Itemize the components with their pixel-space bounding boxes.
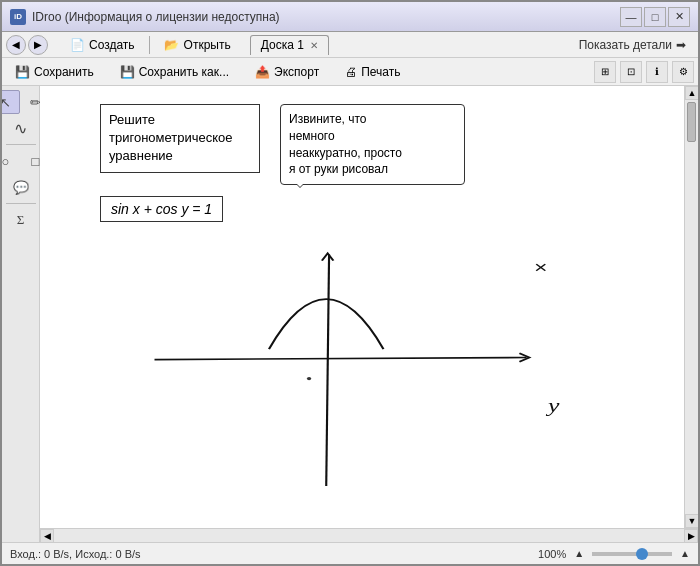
svg-text:у: у [546, 395, 561, 416]
print-icon: 🖨 [345, 65, 357, 79]
save-as-button[interactable]: 💾 Сохранить как... [111, 61, 238, 83]
cursor-tool[interactable]: ↖ [2, 90, 20, 114]
scrollbar-right[interactable]: ▲ ▼ [684, 86, 698, 528]
toolbar: 💾 Сохранить 💾 Сохранить как... 📤 Экспорт… [2, 58, 698, 86]
window-controls: — □ ✕ [620, 7, 690, 27]
app-icon: iD [10, 9, 26, 25]
text-tool[interactable]: T [2, 175, 5, 199]
bottom-scrollbar[interactable]: ◀ ▶ [40, 528, 698, 542]
tab-close-icon[interactable]: ✕ [310, 40, 318, 51]
scroll-right-button[interactable]: ▶ [684, 529, 698, 542]
main-window: iD IDroo (Информация о лицензии недоступ… [0, 0, 700, 566]
toolbar-right: ⊞ ⊡ ℹ ⚙ [594, 61, 694, 83]
sigma-tool[interactable]: Σ [7, 208, 35, 232]
svg-line-1 [326, 254, 329, 486]
formula-box: sin x + cos y = 1 [100, 196, 223, 222]
scroll-track-bottom[interactable] [54, 529, 684, 542]
export-icon: 📤 [255, 65, 270, 79]
scroll-up-button[interactable]: ▲ [685, 86, 698, 100]
ellipse-tool[interactable]: ○ [2, 149, 20, 173]
svg-text:×: × [534, 258, 547, 276]
close-button[interactable]: ✕ [668, 7, 690, 27]
title-bar: iD IDroo (Информация о лицензии недоступ… [2, 2, 698, 32]
tab-board1[interactable]: Доска 1 ✕ [250, 35, 329, 55]
svg-line-0 [154, 358, 526, 360]
highlighter-tool[interactable]: 〰 [2, 116, 5, 140]
show-details-icon: ➡ [676, 38, 686, 52]
canvas-area[interactable]: Решите тригонометрическое уравнение sin … [40, 86, 684, 528]
menu-separator-1 [149, 36, 150, 54]
speech-bubble: Извините, что немного неаккуратно, прост… [280, 104, 465, 185]
zoom-slider[interactable] [592, 552, 672, 556]
zoom-decrease-icon[interactable]: ▲ [574, 548, 584, 559]
open-menu-item[interactable]: 📂 Открыть [155, 33, 240, 57]
window-title: IDroo (Информация о лицензии недоступна) [32, 10, 620, 24]
left-toolbar: ↖ ✏ 〰 ∿ ⊙ ○ □ T 💬 ▣ Σ [2, 86, 40, 542]
scroll-down-button[interactable]: ▼ [685, 514, 698, 528]
main-area: ↖ ✏ 〰 ∿ ⊙ ○ □ T 💬 ▣ Σ [2, 86, 698, 542]
show-details-button[interactable]: Показать детали ➡ [571, 36, 694, 54]
save-icon: 💾 [15, 65, 30, 79]
zoom-level: 100% [538, 548, 566, 560]
tool-separator-2 [6, 203, 36, 204]
problem-text-box: Решите тригонометрическое уравнение [100, 104, 260, 173]
tool-separator-1 [6, 144, 36, 145]
create-icon: 📄 [69, 37, 85, 53]
export-button[interactable]: 📤 Экспорт [246, 61, 328, 83]
scroll-left-button[interactable]: ◀ [40, 529, 54, 542]
scroll-thumb-right[interactable] [687, 102, 696, 142]
create-menu-item[interactable]: 📄 Создать [60, 33, 144, 57]
back-button[interactable]: ◀ [6, 35, 26, 55]
open-icon: 📂 [164, 37, 180, 53]
expand-button[interactable]: ⊡ [620, 61, 642, 83]
info-button[interactable]: ℹ [646, 61, 668, 83]
settings-button[interactable]: ⚙ [672, 61, 694, 83]
zoom-thumb[interactable] [636, 548, 648, 560]
grid-view-button[interactable]: ⊞ [594, 61, 616, 83]
menu-bar: ◀ ▶ 📄 Создать 📂 Открыть Доска 1 ✕ Показа… [2, 32, 698, 58]
forward-button[interactable]: ▶ [28, 35, 48, 55]
status-bar: Вход.: 0 B/s, Исход.: 0 B/s 100% ▲ ▲ [2, 542, 698, 564]
network-status: Вход.: 0 B/s, Исход.: 0 B/s [10, 548, 141, 560]
save-button[interactable]: 💾 Сохранить [6, 61, 103, 83]
comment-tool[interactable]: 💬 [7, 175, 35, 199]
save-as-icon: 💾 [120, 65, 135, 79]
minimize-button[interactable]: — [620, 7, 642, 27]
curve-tool[interactable]: ∿ [7, 116, 35, 140]
status-right: 100% ▲ ▲ [538, 548, 690, 560]
print-button[interactable]: 🖨 Печать [336, 61, 409, 83]
nav-arrows: ◀ ▶ [6, 35, 48, 55]
maximize-button[interactable]: □ [644, 7, 666, 27]
svg-point-4 [307, 377, 311, 380]
zoom-marker: ▲ [680, 548, 690, 559]
